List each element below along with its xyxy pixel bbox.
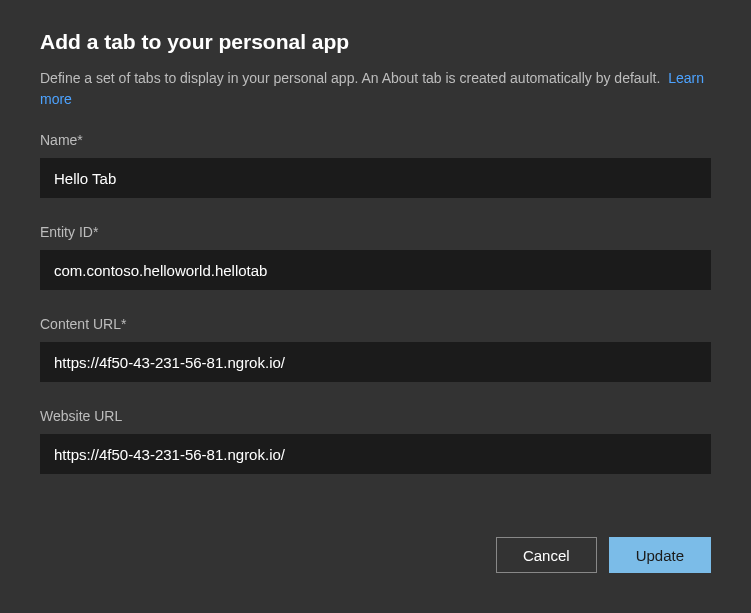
website-url-input[interactable] <box>40 434 711 474</box>
button-row: Cancel Update <box>40 517 711 573</box>
update-button[interactable]: Update <box>609 537 711 573</box>
entity-id-input[interactable] <box>40 250 711 290</box>
website-url-label: Website URL <box>40 408 711 424</box>
content-url-label: Content URL* <box>40 316 711 332</box>
content-url-required-mark: * <box>121 316 126 332</box>
entity-id-field-group: Entity ID* <box>40 224 711 290</box>
website-url-field-group: Website URL <box>40 408 711 474</box>
name-field-group: Name* <box>40 132 711 198</box>
name-label-text: Name <box>40 132 77 148</box>
name-input[interactable] <box>40 158 711 198</box>
content-url-input[interactable] <box>40 342 711 382</box>
entity-id-label: Entity ID* <box>40 224 711 240</box>
description-text: Define a set of tabs to display in your … <box>40 70 660 86</box>
website-url-label-text: Website URL <box>40 408 122 424</box>
content-url-field-group: Content URL* <box>40 316 711 382</box>
add-tab-panel: Add a tab to your personal app Define a … <box>0 0 751 613</box>
panel-description: Define a set of tabs to display in your … <box>40 68 711 110</box>
entity-id-required-mark: * <box>93 224 98 240</box>
name-required-mark: * <box>77 132 82 148</box>
name-label: Name* <box>40 132 711 148</box>
cancel-button[interactable]: Cancel <box>496 537 597 573</box>
content-url-label-text: Content URL <box>40 316 121 332</box>
panel-title: Add a tab to your personal app <box>40 30 711 54</box>
entity-id-label-text: Entity ID <box>40 224 93 240</box>
